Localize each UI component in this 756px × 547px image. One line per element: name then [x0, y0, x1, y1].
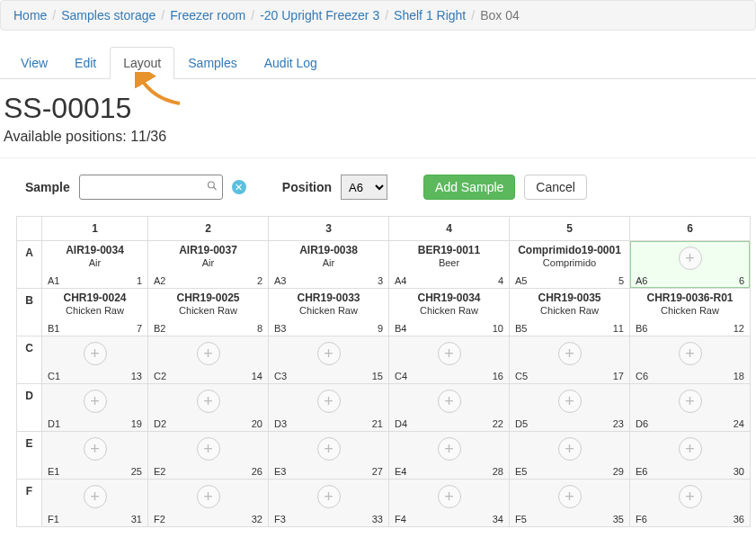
cell-pos-label: F3	[274, 514, 286, 525]
tab-view[interactable]: View	[7, 47, 61, 79]
grid-cell[interactable]: +D523	[510, 384, 630, 432]
add-icon[interactable]: +	[84, 390, 107, 413]
grid-cell[interactable]: +F434	[389, 480, 510, 527]
tab-audit-log[interactable]: Audit Log	[251, 47, 331, 79]
breadcrumb-item[interactable]: Home	[13, 8, 47, 22]
position-label: Position	[282, 180, 332, 194]
cell-index-label: 22	[493, 418, 503, 429]
breadcrumb-item[interactable]: Shelf 1 Right	[394, 8, 466, 22]
cell-index-label: 23	[613, 418, 624, 429]
grid-cell[interactable]: +E125	[42, 432, 148, 480]
add-icon[interactable]: +	[558, 485, 582, 508]
grid-cell[interactable]: AIR19-0037AirA22	[148, 241, 269, 289]
grid-cell[interactable]: +D119	[42, 384, 148, 432]
add-icon[interactable]: +	[84, 437, 107, 461]
cancel-button[interactable]: Cancel	[524, 175, 587, 200]
cell-index-label: 33	[372, 514, 383, 525]
add-icon[interactable]: +	[679, 342, 702, 365]
add-icon[interactable]: +	[317, 485, 341, 508]
breadcrumb-item[interactable]: Freezer room	[170, 8, 245, 22]
add-icon[interactable]: +	[84, 485, 107, 508]
grid-cell[interactable]: +F232	[148, 480, 269, 527]
grid-cell[interactable]: +E226	[148, 432, 269, 480]
add-icon[interactable]: +	[84, 342, 107, 365]
clear-sample-button[interactable]: ✕	[232, 180, 246, 194]
breadcrumb-item[interactable]: Samples storage	[61, 8, 156, 22]
tab-edit[interactable]: Edit	[61, 47, 110, 79]
add-icon[interactable]: +	[197, 485, 220, 508]
cell-index-label: 9	[378, 323, 383, 334]
grid-cell[interactable]: +C517	[510, 336, 630, 384]
add-icon[interactable]: +	[558, 390, 582, 413]
grid-cell[interactable]: Comprimido19-0001ComprimidoA55	[510, 241, 630, 289]
grid-cell[interactable]: +F535	[510, 480, 630, 527]
grid-cell[interactable]: +E327	[269, 432, 389, 480]
add-icon[interactable]: +	[438, 342, 461, 365]
grid-cell[interactable]: +C214	[148, 336, 269, 384]
add-sample-button[interactable]: Add Sample	[423, 175, 515, 200]
cell-index-label: 17	[613, 371, 624, 381]
grid-cell[interactable]: +A66	[630, 241, 751, 289]
grid-corner	[17, 217, 42, 241]
cell-index-label: 27	[372, 466, 383, 477]
add-icon[interactable]: +	[438, 485, 461, 508]
add-icon[interactable]: +	[197, 437, 220, 461]
add-sample-form: Sample ✕ Position A6 Add Sample Cancel	[0, 175, 756, 216]
grid-cell[interactable]: +D422	[389, 384, 510, 432]
grid-cell[interactable]: AIR19-0034AirA11	[42, 241, 148, 289]
grid-cell[interactable]: +C416	[389, 336, 510, 384]
cell-index-label: 28	[493, 466, 503, 477]
grid-cell[interactable]: BER19-0011BeerA44	[389, 241, 510, 289]
grid-cell[interactable]: +C315	[269, 336, 389, 384]
breadcrumb-item[interactable]: -20 Upright Freezer 3	[260, 8, 379, 22]
grid-cell[interactable]: +F636	[630, 480, 751, 527]
tab-layout[interactable]: Layout	[110, 47, 174, 79]
grid-cell[interactable]: +D321	[269, 384, 389, 432]
add-icon[interactable]: +	[317, 437, 341, 461]
position-select[interactable]: A6	[341, 175, 387, 200]
grid-cell[interactable]: +F131	[42, 480, 148, 527]
sample-input-wrap	[79, 175, 223, 200]
box-grid: 123456AAIR19-0034AirA11AIR19-0037AirA22A…	[16, 216, 751, 527]
cell-index-label: 12	[734, 323, 744, 334]
add-icon[interactable]: +	[438, 390, 461, 413]
add-icon[interactable]: +	[197, 390, 220, 413]
cell-index-label: 8	[257, 323, 262, 334]
cell-pos-label: C4	[395, 371, 407, 381]
grid-cell[interactable]: +C618	[630, 336, 751, 384]
add-icon[interactable]: +	[679, 437, 702, 461]
tab-samples[interactable]: Samples	[174, 47, 250, 79]
grid-cell[interactable]: CHR19-0033Chicken RawB39	[269, 289, 389, 336]
grid-cell[interactable]: AIR19-0038AirA33	[269, 241, 389, 289]
grid-cell[interactable]: CHR19-0025Chicken RawB28	[148, 289, 269, 336]
add-icon[interactable]: +	[197, 342, 220, 365]
sample-name: Comprimido19-0001	[515, 245, 624, 256]
add-icon[interactable]: +	[317, 390, 341, 413]
cell-pos-label: A2	[154, 275, 165, 286]
sample-input[interactable]	[79, 175, 223, 200]
add-icon[interactable]: +	[558, 437, 582, 461]
add-icon[interactable]: +	[558, 342, 582, 365]
add-icon[interactable]: +	[679, 390, 702, 413]
cell-index-label: 1	[137, 275, 142, 286]
sample-name: CHR19-0034	[395, 292, 503, 304]
add-icon[interactable]: +	[317, 342, 341, 365]
grid-cell[interactable]: +C113	[42, 336, 148, 384]
grid-cell[interactable]: CHR19-0034Chicken RawB410	[389, 289, 510, 336]
add-icon[interactable]: +	[679, 247, 702, 270]
grid-cell[interactable]: +E630	[630, 432, 751, 480]
grid-cell[interactable]: +F333	[269, 480, 389, 527]
grid-cell[interactable]: +E529	[510, 432, 630, 480]
grid-cell[interactable]: CHR19-0036-R01Chicken RawB612	[630, 289, 751, 336]
grid-cell[interactable]: +D220	[148, 384, 269, 432]
grid-cell[interactable]: +E428	[389, 432, 510, 480]
grid-cell[interactable]: CHR19-0024Chicken RawB17	[42, 289, 148, 336]
cell-pos-label: D5	[515, 418, 528, 429]
grid-cell[interactable]: CHR19-0035Chicken RawB511	[510, 289, 630, 336]
sample-type: Chicken Raw	[274, 305, 383, 316]
tabs: ViewEditLayoutSamplesAudit Log	[0, 47, 756, 79]
add-icon[interactable]: +	[438, 437, 461, 461]
grid-cell[interactable]: +D624	[630, 384, 751, 432]
cell-index-label: 7	[137, 323, 142, 334]
add-icon[interactable]: +	[679, 485, 702, 508]
